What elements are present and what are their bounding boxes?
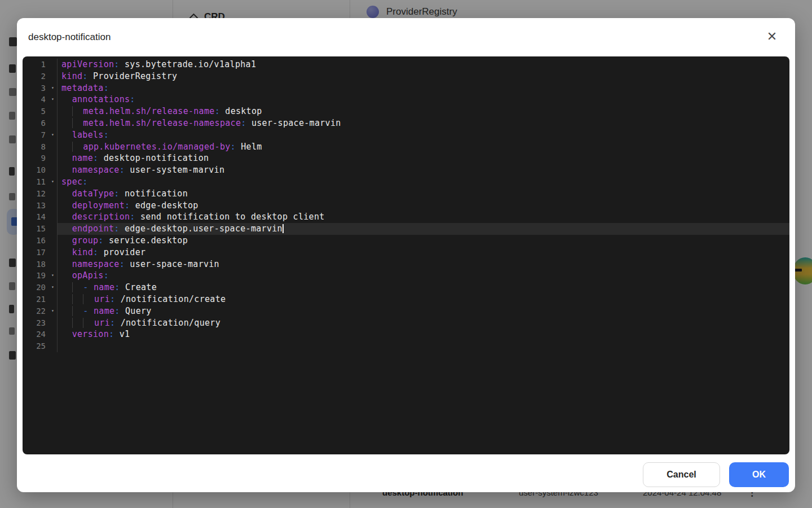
code-line[interactable]: 3▾metadata: [23, 82, 789, 94]
cancel-button[interactable]: Cancel [643, 462, 720, 487]
code-line[interactable]: 12 dataType: notification [23, 188, 789, 200]
fold-spacer [48, 117, 57, 129]
code-line[interactable]: 21 uri: /notification/create [23, 294, 789, 305]
token-key: opApis [72, 270, 104, 281]
line-number: 23 [23, 317, 48, 329]
code-text: deployment: edge-desktop [57, 200, 789, 212]
code-line[interactable]: 1apiVersion: sys.bytetrade.io/v1alpha1 [23, 59, 789, 71]
fold-arrow-icon[interactable]: ▾ [48, 282, 57, 294]
code-text: namespace: user-system-marvin [57, 164, 789, 176]
code-line[interactable]: 13 deployment: edge-desktop [23, 200, 789, 212]
fold-arrow-icon[interactable]: ▾ [48, 176, 57, 188]
line-number: 17 [23, 247, 48, 259]
line-number: 13 [23, 200, 48, 212]
fold-arrow-icon[interactable]: ▾ [48, 82, 57, 94]
indent-guide [72, 142, 83, 152]
token-key: apiVersion [61, 59, 114, 69]
code-line[interactable]: 24 version: v1 [23, 329, 789, 340]
line-number: 19 [23, 270, 48, 282]
token-val: service.desktop [104, 235, 188, 246]
code-text: meta.helm.sh/release-name: desktop [57, 106, 789, 117]
fold-arrow-icon[interactable]: ▾ [48, 94, 57, 106]
ok-button[interactable]: OK [729, 462, 789, 487]
indent-guide [83, 294, 94, 304]
line-number: 9 [23, 152, 48, 164]
line-number: 4 [23, 94, 48, 106]
code-line[interactable]: 4▾ annotations: [23, 94, 789, 106]
token-val: Query [120, 306, 152, 316]
fold-spacer [48, 317, 57, 329]
fold-spacer [48, 247, 57, 259]
token-punc: : [231, 142, 236, 152]
code-line[interactable]: 10 namespace: user-system-marvin [23, 164, 789, 176]
line-number: 5 [23, 106, 48, 117]
code-text: - name: Create [57, 282, 789, 294]
token-key: uri [94, 294, 110, 304]
code-text: annotations: [57, 94, 789, 106]
code-text: namespace: user-space-marvin [57, 259, 789, 270]
token-punc: - [83, 306, 94, 316]
line-number: 16 [23, 235, 48, 247]
token-punc: : [82, 71, 87, 81]
code-text: uri: /notification/create [57, 294, 789, 305]
fold-spacer [48, 164, 57, 176]
code-line[interactable]: 15 endpoint: edge-desktop.user-space-mar… [23, 223, 789, 235]
code-line[interactable]: 20▾ - name: Create [23, 282, 789, 294]
code-line[interactable]: 19▾ opApis: [23, 270, 789, 282]
code-text: uri: /notification/query [57, 317, 789, 329]
token-punc: : [104, 270, 109, 281]
token-key: annotations [72, 94, 130, 104]
token-key: description [72, 212, 130, 222]
line-number: 22 [23, 305, 48, 317]
code-line[interactable]: 23 uri: /notification/query [23, 317, 789, 329]
code-line[interactable]: 7▾ labels: [23, 129, 789, 141]
line-number: 2 [23, 71, 48, 82]
token-punc: : [130, 212, 135, 222]
token-punc: - [83, 282, 94, 292]
code-line[interactable]: 6 meta.helm.sh/release-namespace: user-s… [23, 117, 789, 129]
fold-spacer [48, 200, 57, 212]
token-punc: : [104, 83, 109, 93]
token-key: namespace [72, 165, 120, 175]
fold-arrow-icon[interactable]: ▾ [48, 305, 57, 317]
line-number: 25 [23, 340, 48, 352]
code-line[interactable]: 18 namespace: user-space-marvin [23, 259, 789, 270]
code-line[interactable]: 25 [23, 340, 789, 352]
fold-arrow-icon[interactable]: ▾ [48, 270, 57, 282]
code-text: apiVersion: sys.bytetrade.io/v1alpha1 [57, 59, 789, 71]
indent-guide [72, 282, 83, 292]
token-key: endpoint [72, 224, 114, 234]
line-number: 14 [23, 211, 48, 223]
code-text: description: send notification to deskto… [57, 211, 789, 223]
code-line[interactable]: 8 app.kubernetes.io/managed-by: Helm [23, 141, 789, 153]
code-line[interactable]: 14 description: send notification to des… [23, 211, 789, 223]
code-line[interactable]: 2kind: ProviderRegistry [23, 71, 789, 82]
token-punc: : [82, 177, 87, 187]
indent-guide [72, 318, 83, 328]
code-line[interactable]: 11▾spec: [23, 176, 789, 188]
token-punc: : [120, 165, 125, 175]
line-number: 24 [23, 329, 48, 340]
token-key: labels [72, 130, 104, 140]
code-line[interactable]: 9 name: desktop-notification [23, 152, 789, 164]
token-key: meta.helm.sh/release-namespace [83, 118, 241, 128]
editor-lines: 1apiVersion: sys.bytetrade.io/v1alpha12k… [23, 59, 789, 352]
token-key: uri [94, 318, 110, 328]
token-punc: : [114, 189, 119, 199]
token-punc: : [120, 259, 125, 269]
code-line[interactable]: 5 meta.helm.sh/release-name: desktop [23, 106, 789, 117]
token-key: dataType [72, 189, 114, 199]
code-line[interactable]: 16 group: service.desktop [23, 235, 789, 247]
line-number: 8 [23, 141, 48, 153]
code-line[interactable]: 22▾ - name: Query [23, 305, 789, 317]
indent-guide [83, 318, 94, 328]
close-icon[interactable]: ✕ [764, 28, 780, 45]
token-punc: : [98, 235, 103, 246]
token-punc: : [114, 224, 119, 234]
code-text: kind: provider [57, 247, 789, 259]
token-punc: : [110, 294, 115, 304]
yaml-editor[interactable]: 1apiVersion: sys.bytetrade.io/v1alpha12k… [23, 56, 789, 454]
fold-arrow-icon[interactable]: ▾ [48, 129, 57, 141]
code-line[interactable]: 17 kind: provider [23, 247, 789, 259]
token-key: name [72, 153, 93, 163]
